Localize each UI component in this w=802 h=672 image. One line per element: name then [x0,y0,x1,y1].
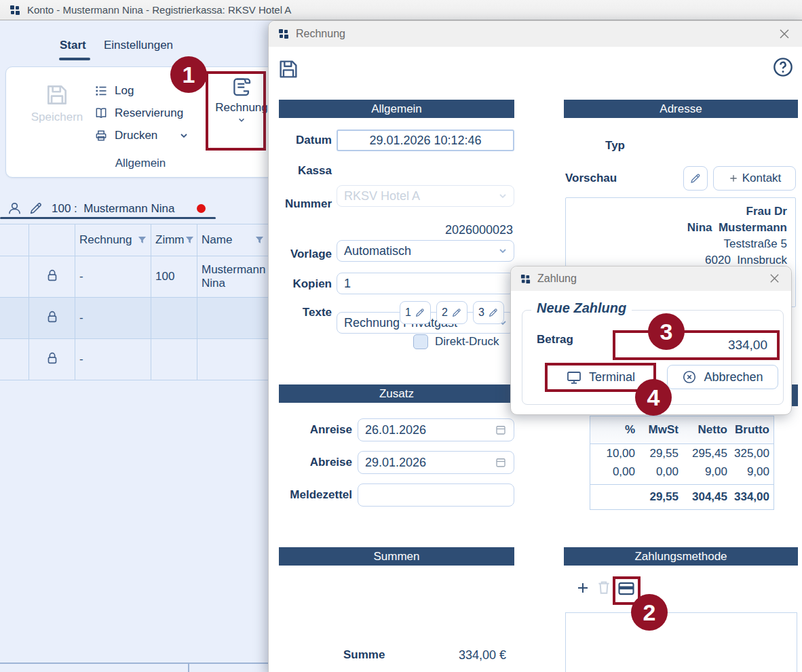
cell-rechnung: - [75,339,151,380]
texte-label: Texte [274,306,332,319]
neue-zahlung-legend: Neue Zahlung [531,300,632,316]
terminal-icon [566,370,582,386]
cell-name [197,298,269,339]
zahlung-dialog-title: Zahlung [537,273,577,285]
col-zimmer[interactable]: Zimm [151,224,197,256]
main-window-titlebar: Konto - Mustermann Nina - Registrierkass… [0,0,802,20]
pane-divider-tick [188,663,189,672]
col-blank1 [0,224,29,256]
app-icon [520,274,531,284]
text1-button[interactable]: 1 [400,301,431,324]
table-row[interactable]: - 100 Mustermann Nina [0,256,269,298]
reservierung-button[interactable]: Reservierung [94,106,183,120]
help-icon[interactable] [772,56,794,78]
col-rechnung[interactable]: Rechnung [75,224,151,256]
app-icon [278,28,289,39]
filter-icon[interactable] [138,236,147,245]
account-underline [0,217,216,219]
vorschau-label: Vorschau [565,172,626,185]
add-payment-icon[interactable] [575,580,591,596]
datum-input[interactable]: 29.01.2026 10:12:46 [337,130,514,151]
vorlage-label: Vorlage [274,248,332,261]
betrag-value: 334,00 [728,338,767,353]
meldezettel-label: Meldezettel [271,488,352,502]
active-tab-underline [59,58,90,60]
anreise-input[interactable]: 26.01.2026 [358,418,514,441]
toolbar-group-label: Allgemein [6,157,275,170]
tab-einstellungen[interactable]: Einstellungen [104,39,173,52]
save-button[interactable]: Speichern [25,82,89,124]
nummer-label: Nummer [274,197,332,211]
abbrechen-button[interactable]: Abbrechen [667,365,778,389]
nummer-preview: 2026000023 [337,223,513,237]
screen: Konto - Mustermann Nina - Registrierkass… [0,0,802,672]
save-icon [44,82,70,108]
add-kontakt-button[interactable]: Kontakt [713,166,796,191]
edit-address-button[interactable] [683,166,708,191]
terminal-button[interactable]: Terminal [549,366,652,389]
nummer-select[interactable]: Automatisch [337,240,514,262]
text2-button[interactable]: 2 [436,301,467,324]
direktdruck-checkbox[interactable] [413,334,428,349]
chevron-down-icon [179,131,189,140]
annotation-step-4: 4 [635,379,672,416]
table-row[interactable]: - [0,339,269,380]
abreise-input[interactable]: 29.01.2026 [358,451,514,474]
zahlung-dialog-titlebar[interactable]: Zahlung [511,266,791,291]
abreise-label: Abreise [274,456,352,469]
tab-start[interactable]: Start [60,39,86,52]
table-header-row: Rechnung Zimm Name [0,224,269,256]
edit-icon [689,172,702,184]
filter-icon[interactable] [255,236,264,245]
app-icon [9,5,20,16]
tax-row: 10,00 29,55 295,45 325,00 [590,444,774,462]
main-window-title: Konto - Mustermann Nina - Registrierkass… [27,4,291,16]
datum-label: Datum [274,134,332,147]
address-line: Nina Mustermann [574,220,787,236]
filter-icon[interactable] [185,236,194,245]
calendar-icon[interactable] [495,456,507,469]
edit-icon [451,307,462,318]
reservation-icon [94,106,108,120]
chevron-down-icon [498,191,508,201]
print-icon [94,129,108,142]
annotation-step-3: 3 [648,313,685,350]
rechnung-dialog-titlebar[interactable]: Rechnung [269,21,802,47]
user-icon [7,201,22,216]
section-allgemein: Allgemein [279,100,514,118]
cell-zimmer [151,339,197,380]
pane-divider [0,663,268,664]
save-icon[interactable] [277,58,300,81]
col-blank2 [29,224,75,256]
log-icon [94,84,108,98]
cancel-icon [682,370,697,384]
lock-icon [45,351,60,365]
log-button[interactable]: Log [94,84,134,98]
close-icon[interactable] [769,273,780,284]
close-icon[interactable] [778,28,790,40]
meldezettel-input[interactable] [358,483,514,507]
edit-icon[interactable] [28,201,43,216]
tax-row: 0,00 0,00 9,00 9,00 [590,462,774,481]
payment-method-list[interactable] [565,612,797,672]
drucken-button[interactable]: Drucken [94,129,189,142]
betrag-input[interactable]: 334,00 [613,330,780,360]
text3-button[interactable]: 3 [473,301,504,324]
direktdruck-label: Direkt-Druck [435,335,499,349]
kassa-select: RKSV Hotel A [337,185,514,207]
section-zusatz: Zusatz [279,384,514,403]
account-label: 100 : Mustermann Nina [52,202,174,216]
annotation-box-1 [206,71,266,151]
rechnung-dialog-title: Rechnung [296,28,345,40]
table-row-selected[interactable]: - [0,298,269,339]
calendar-icon[interactable] [495,424,507,436]
edit-icon [415,307,425,318]
annotation-step-2: 2 [631,594,668,631]
kopien-input[interactable]: 1 [337,273,514,294]
annotation-step-1: 1 [170,56,207,93]
kopien-label: Kopien [274,277,332,291]
col-name[interactable]: Name [197,224,269,256]
save-label: Speichern [25,111,89,124]
address-line: Teststraße 5 [574,236,787,252]
delete-payment-icon [595,578,613,596]
